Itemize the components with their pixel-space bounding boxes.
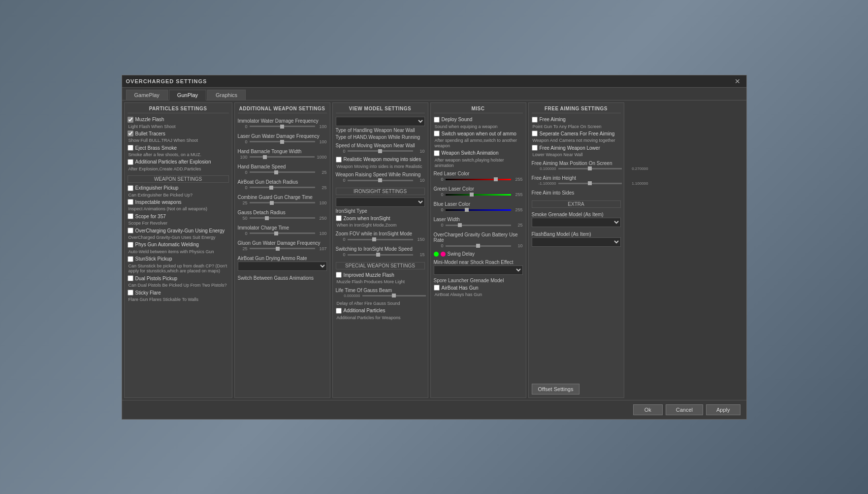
scope357-checkbox[interactable]	[128, 213, 133, 219]
extinguisher-checkbox[interactable]	[128, 185, 133, 191]
immolator-water-label: Immolator Water Damage Frequency	[238, 118, 327, 124]
smoke-grenade-dropdown[interactable]	[532, 218, 621, 227]
gauss-beam-slider[interactable]	[362, 295, 426, 296]
laser-width-label: Laser Width	[434, 217, 523, 222]
main-content: PARTICLES SETTINGS Muzzle Flash Light Fl…	[122, 100, 746, 400]
muzzle-flash-checkbox[interactable]	[128, 117, 133, 123]
cancel-button[interactable]: Cancel	[666, 404, 703, 415]
light-flash-label: Light Flash When Shoot	[128, 124, 229, 130]
dual-pistols-checkbox[interactable]	[128, 275, 133, 281]
hand-barnacle-width-slider[interactable]	[250, 156, 315, 158]
gravity-battery-slider[interactable]	[446, 245, 511, 247]
additional-particles-label: Additional Particles	[344, 308, 386, 313]
switch-ammo-row: Switch weapon when out of ammo	[434, 131, 523, 136]
additional-particles-checkbox[interactable]	[336, 308, 342, 314]
weapon-anim-label: Weapon Switch Animation	[442, 150, 499, 156]
max-pos-max: 0.270000	[624, 166, 648, 171]
tab-gunplay[interactable]: GunPlay	[169, 90, 206, 100]
weapon-lower-sub: Lower Weapon Near Wall	[532, 152, 621, 158]
overcharging-row: OverCharging Gravity-Gun Using Energy	[128, 228, 229, 233]
flashbang-dropdown[interactable]	[532, 237, 621, 247]
zoom-ironsight-checkbox[interactable]	[336, 215, 342, 221]
improved-muzzle-row: Improved Muzzle Flash	[336, 272, 425, 278]
weapon-settings-title: WEAPON SETTINGS	[128, 175, 229, 183]
additional-exp-sub: After Explosion,Create ADD.Particles	[128, 166, 229, 172]
tab-gameplay[interactable]: GamePlay	[126, 90, 168, 100]
zoom-fov-container: Zoom FOV while in IronSight Mode 0 150	[336, 231, 425, 242]
raising-speed-max: 10	[415, 178, 425, 183]
blue-laser-slider[interactable]	[446, 209, 511, 211]
zoom-fov-slider[interactable]	[348, 239, 413, 240]
speed-moving-slider[interactable]	[348, 150, 413, 152]
switch-ammo-checkbox[interactable]	[434, 131, 440, 136]
extinguisher-label: Extinguisher Pickup	[135, 185, 179, 191]
weapon-anim-checkbox[interactable]	[434, 150, 440, 156]
gauss-beam-container: Life Time Of Gauss Beam 0.000000 0.15000…	[336, 288, 425, 298]
panel-misc: MISC Deploy Sound Sound when equiping a …	[430, 102, 526, 398]
phys-gun-label: Phys Gun Automatic Welding	[135, 242, 199, 247]
green-laser-slider[interactable]	[446, 194, 511, 196]
max-pos-slider[interactable]	[558, 168, 622, 169]
laser-water-container: Laser Gun Water Damage Frequency 0 100	[238, 133, 327, 144]
airboat-drying-label: AirBoat Gun Drying Ammo Rate	[238, 256, 327, 261]
gauss-beam-min: 0.000000	[336, 294, 360, 298]
green-laser-label: Green Laser Color	[434, 186, 523, 192]
bullet-tracers-row: Bullet Tracers	[128, 131, 229, 136]
gluon-water-slider[interactable]	[250, 248, 315, 249]
weapon-lower-row: Free Aiming Weapon Lower	[532, 145, 621, 151]
immolator-charge-container: Immolator Charge Time 0 100	[238, 225, 327, 236]
sticky-flare-checkbox[interactable]	[128, 290, 133, 296]
airboat-drying-dropdown[interactable]	[238, 262, 327, 271]
red-laser-slider[interactable]	[446, 179, 511, 180]
free-aiming-checkbox[interactable]	[532, 117, 538, 123]
phys-gun-checkbox[interactable]	[128, 242, 133, 248]
ironsight-section-title: IRONSIGHT SETTINGS	[336, 188, 425, 195]
hand-barnacle-speed-container: Hand Barnacle Speed 0 25	[238, 164, 327, 175]
mini-model-label: Mini-Model near Shock Roach Effect	[434, 260, 523, 265]
bullet-tracers-checkbox[interactable]	[128, 131, 133, 136]
switching-speed-slider[interactable]	[348, 254, 413, 256]
laser-water-label: Laser Gun Water Damage Frequency	[238, 133, 327, 139]
overcharging-checkbox[interactable]	[128, 228, 133, 233]
zoom-ironsight-sub: When in IronSight Mode,Zoom	[336, 223, 425, 228]
stunstick-checkbox[interactable]	[128, 256, 133, 262]
mini-model-dropdown[interactable]	[434, 265, 523, 275]
immolator-water-slider[interactable]	[250, 126, 315, 127]
tab-graphics[interactable]: Graphics	[207, 90, 246, 100]
weapon-anim-row: Weapon Switch Animation	[434, 150, 523, 156]
apply-button[interactable]: Apply	[706, 404, 740, 415]
gravity-battery-max: 10	[513, 243, 523, 248]
sticky-flare-label: Sticky Flare	[135, 290, 161, 296]
hand-barnacle-speed-slider[interactable]	[250, 171, 315, 173]
combine-guard-max: 100	[317, 200, 327, 205]
sep-camera-checkbox[interactable]	[532, 131, 538, 136]
laser-water-slider[interactable]	[250, 141, 315, 142]
airboat-detach-slider[interactable]	[250, 187, 315, 188]
offset-settings-button[interactable]: Offset Settings	[532, 384, 580, 395]
aim-height-slider[interactable]	[558, 183, 622, 184]
handling-type-dropdown[interactable]	[336, 117, 425, 126]
ok-button[interactable]: Ok	[633, 404, 663, 415]
eject-brass-checkbox[interactable]	[128, 145, 133, 151]
laser-width-slider[interactable]	[446, 225, 511, 226]
additional-exp-checkbox[interactable]	[128, 159, 133, 165]
gauss-detach-slider[interactable]	[250, 217, 315, 219]
gluon-water-label: Gluon Gun Water Damage Frequency	[238, 240, 327, 246]
hand-weapon-running-label: Type of HAND.Weapon While Running	[336, 134, 425, 140]
switching-speed-container: Switching to IronSight Mode Speed 0 15	[336, 246, 425, 257]
zoom-fov-min: 0	[336, 237, 346, 242]
overcharging-sub: OverCharged Gravity-Gun Uses Suit Energy	[128, 235, 229, 240]
raising-speed-slider[interactable]	[348, 180, 413, 181]
weapon-lower-checkbox[interactable]	[532, 145, 538, 151]
inspectable-checkbox[interactable]	[128, 199, 133, 205]
airboat-gun-checkbox[interactable]	[434, 285, 440, 291]
gauss-beam-label: Life Time Of Gauss Beam	[336, 288, 425, 293]
deploy-sound-checkbox[interactable]	[434, 117, 440, 123]
ironsight-type-dropdown[interactable]	[336, 198, 425, 207]
realistic-weapon-checkbox[interactable]	[336, 157, 342, 163]
close-button[interactable]: ✕	[733, 77, 742, 85]
improved-muzzle-checkbox[interactable]	[336, 272, 342, 278]
airboat-detach-min: 0	[238, 185, 248, 190]
immolator-charge-slider[interactable]	[250, 232, 315, 234]
combine-guard-slider[interactable]	[250, 202, 315, 203]
